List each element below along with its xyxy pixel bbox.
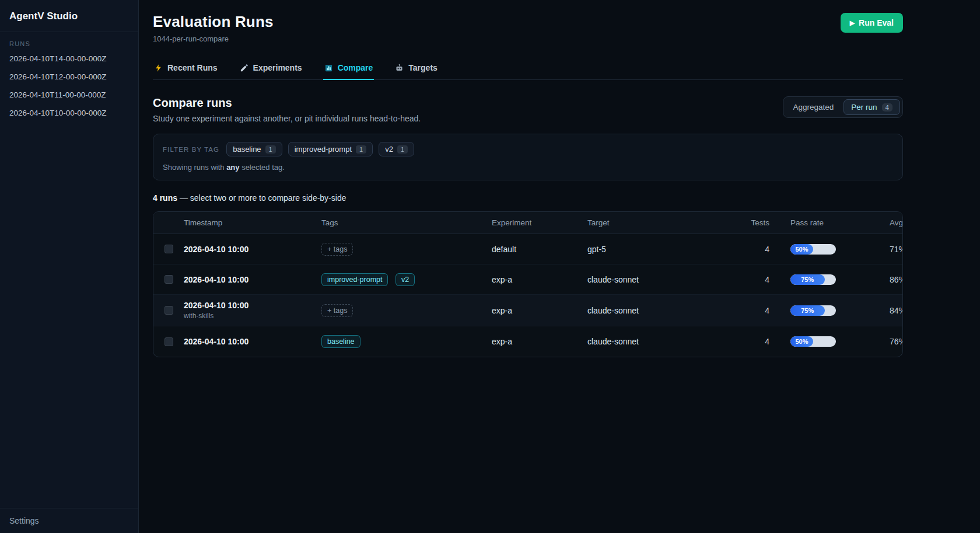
tab-experiments[interactable]: Experiments (239, 58, 303, 80)
sidebar: AgentV Studio RUNS 2026-04-10T14-00-00-0… (0, 0, 139, 533)
tab-bar: Recent Runs Experiments Compare (153, 58, 903, 80)
runs-summary: 4 runs — select two or more to compare s… (153, 193, 903, 203)
col-target: Target (587, 212, 723, 234)
pencil-icon (240, 64, 249, 72)
sidebar-run-item[interactable]: 2026-04-10T11-00-00-000Z (0, 86, 138, 104)
table-row[interactable]: 2026-04-10 10:00 with-skills + tags exp-… (153, 295, 902, 326)
run-avg: 86% (890, 269, 903, 290)
table-row[interactable]: 2026-04-10 10:00 + tags default gpt-5 4 … (153, 234, 902, 264)
sidebar-section-label: RUNS (0, 32, 138, 50)
pass-rate-label: 75% (801, 276, 814, 283)
filter-label: FILTER BY TAG (163, 146, 219, 153)
run-tests: 4 (723, 300, 769, 321)
page-header: Evaluation Runs 1044-per-run-compare ▶ R… (153, 13, 903, 43)
per-run-count-badge: 4 (882, 103, 892, 112)
pass-rate-label: 50% (795, 338, 808, 345)
bar-chart-icon (324, 64, 333, 72)
app-title: AgentV Studio (0, 0, 138, 32)
run-timestamp: 2026-04-10 10:00 (184, 245, 321, 254)
tab-recent-runs[interactable]: Recent Runs (153, 58, 219, 80)
run-list: 2026-04-10T14-00-00-000Z 2026-04-10T12-0… (0, 50, 138, 122)
col-tags: Tags (321, 212, 492, 234)
row-select-checkbox[interactable] (164, 245, 173, 253)
run-experiment: exp-a (492, 300, 587, 321)
sidebar-run-item[interactable]: 2026-04-10T10-00-00-000Z (0, 104, 138, 122)
run-target: gpt-5 (587, 239, 723, 260)
tab-targets[interactable]: Targets (394, 58, 439, 80)
run-tests: 4 (723, 331, 769, 352)
run-eval-button[interactable]: ▶ Run Eval (841, 13, 903, 33)
sidebar-run-item[interactable]: 2026-04-10T14-00-00-000Z (0, 50, 138, 68)
run-target: claude-sonnet (587, 331, 723, 352)
pass-rate-bar: 75% (790, 274, 836, 285)
filter-tag-improved-prompt[interactable]: improved-prompt 1 (288, 142, 373, 156)
pass-rate-label: 75% (801, 307, 814, 314)
play-icon: ▶ (850, 19, 855, 27)
col-pass-rate: Pass rate (790, 212, 890, 234)
run-tag-chip[interactable]: v2 (396, 273, 415, 286)
app-window: AgentV Studio RUNS 2026-04-10T14-00-00-0… (0, 0, 980, 533)
pass-rate-bar: 50% (790, 336, 836, 347)
run-tests: 4 (723, 269, 769, 290)
run-target: claude-sonnet (587, 269, 723, 290)
tag-count-badge: 1 (265, 145, 276, 154)
row-select-checkbox[interactable] (164, 337, 173, 346)
col-tests: Tests (723, 212, 769, 234)
add-tags-button[interactable]: + tags (321, 243, 353, 256)
tag-count-badge: 1 (397, 145, 408, 154)
sidebar-item-settings[interactable]: Settings (0, 508, 138, 533)
run-avg: 71% (890, 239, 903, 260)
sidebar-run-item[interactable]: 2026-04-10T12-00-00-000Z (0, 68, 138, 86)
run-avg: 76% (890, 331, 903, 352)
sidebar-spacer (0, 122, 138, 508)
table-row[interactable]: 2026-04-10 10:00 baseline exp-a claude-s… (153, 326, 902, 357)
run-experiment: exp-a (492, 269, 587, 290)
page-title: Evaluation Runs (153, 13, 274, 31)
add-tags-button[interactable]: + tags (321, 304, 353, 317)
robot-icon (395, 64, 404, 72)
page-subtitle: 1044-per-run-compare (153, 34, 274, 43)
row-select-checkbox[interactable] (164, 275, 173, 284)
pass-rate-label: 50% (795, 246, 808, 253)
tag-count-badge: 1 (356, 145, 366, 154)
runs-table: Timestamp Tags Experiment Target Tests P… (153, 211, 903, 357)
run-eval-label: Run Eval (859, 18, 894, 27)
run-avg: 84% (890, 300, 903, 321)
run-tag-chip[interactable]: baseline (321, 335, 360, 348)
compare-section-header: Compare runs Study one experiment agains… (153, 96, 903, 123)
table-body: 2026-04-10 10:00 + tags default gpt-5 4 … (153, 234, 902, 357)
aggregated-toggle-button[interactable]: Aggregated (786, 99, 842, 115)
filter-tag-v2[interactable]: v2 1 (379, 142, 414, 156)
col-avg: Avg (890, 212, 903, 234)
run-experiment: default (492, 239, 587, 260)
table-header-row: Timestamp Tags Experiment Target Tests P… (153, 212, 902, 234)
lightning-icon (154, 64, 163, 72)
run-sublabel: with-skills (184, 312, 321, 320)
pass-rate-bar: 75% (790, 305, 836, 316)
compare-description: Study one experiment against another, or… (153, 114, 421, 123)
run-timestamp: 2026-04-10 10:00 (184, 275, 321, 284)
pass-rate-bar: 50% (790, 244, 836, 255)
view-mode-toggle: Aggregated Per run 4 (783, 96, 904, 118)
filter-by-tag-card: FILTER BY TAG baseline 1 improved-prompt… (153, 134, 903, 180)
per-run-toggle-button[interactable]: Per run 4 (844, 99, 900, 115)
run-target: claude-sonnet (587, 300, 723, 321)
run-timestamp: 2026-04-10 10:00 (184, 337, 321, 346)
filter-note: Showing runs with any selected tag. (163, 163, 893, 172)
run-tests: 4 (723, 239, 769, 260)
run-tag-chip[interactable]: improved-prompt (321, 273, 388, 286)
col-experiment: Experiment (492, 212, 587, 234)
main-content: Evaluation Runs 1044-per-run-compare ▶ R… (139, 0, 980, 533)
compare-heading: Compare runs (153, 96, 421, 110)
tab-compare[interactable]: Compare (323, 58, 374, 80)
row-select-checkbox[interactable] (164, 306, 173, 315)
run-experiment: exp-a (492, 331, 587, 352)
table-row[interactable]: 2026-04-10 10:00 improved-prompt v2 exp-… (153, 264, 902, 295)
filter-tag-baseline[interactable]: baseline 1 (226, 142, 282, 156)
run-timestamp: 2026-04-10 10:00 (184, 301, 321, 310)
col-timestamp: Timestamp (184, 212, 321, 234)
